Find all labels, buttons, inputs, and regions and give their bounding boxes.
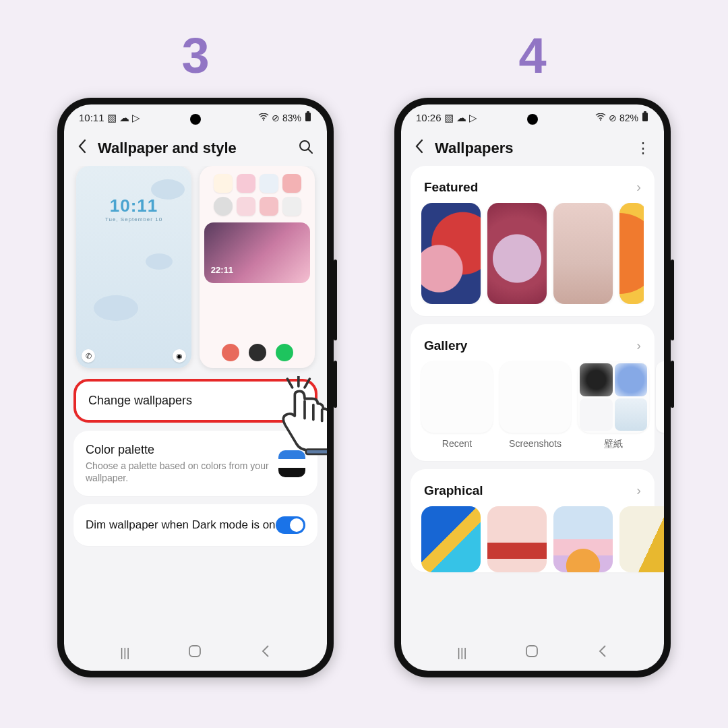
featured-wallpaper[interactable]: [553, 203, 613, 304]
status-bar: 10:26 ▧ ☁ ▷ ⊘ 82%: [401, 104, 664, 124]
cloud-icon: ☁: [119, 112, 129, 124]
graphical-wallpaper[interactable]: [553, 506, 613, 572]
no-sim-icon: ⊘: [609, 113, 617, 123]
graphical-section: Graphical ›: [411, 469, 655, 572]
status-time: 10:26: [416, 112, 442, 123]
graphical-header[interactable]: Graphical ›: [421, 480, 644, 506]
recent-apps-button[interactable]: |||: [457, 646, 466, 660]
svg-point-13: [600, 119, 601, 121]
svg-rect-2: [307, 111, 309, 113]
dim-toggle[interactable]: [276, 516, 305, 534]
wifi-icon: [595, 113, 606, 123]
image-icon: ▧: [107, 112, 117, 124]
back-nav-button[interactable]: [597, 644, 608, 661]
gallery-album-screenshots[interactable]: Screenshots: [499, 361, 571, 450]
graphical-wallpaper[interactable]: [421, 506, 481, 572]
homescreen-preview[interactable]: [200, 166, 315, 368]
battery-icon: [304, 111, 312, 124]
featured-header[interactable]: Featured ›: [421, 177, 644, 203]
back-button[interactable]: [415, 139, 425, 158]
battery-icon: [641, 111, 649, 124]
gallery-section: Gallery › Recent Screenshots: [411, 324, 655, 461]
phone-icon: ✆: [82, 349, 95, 363]
phone-left: 10:11 ▧ ☁ ▷ ⊘ 83%: [57, 98, 334, 677]
lockscreen-preview[interactable]: 10:11 Tue, September 10 ✆ ◉: [76, 166, 191, 368]
search-button[interactable]: [299, 140, 313, 158]
play-icon: ▷: [469, 112, 477, 124]
back-button[interactable]: [78, 139, 88, 158]
featured-wallpaper[interactable]: [421, 203, 481, 304]
wallpaper-previews: 10:11 Tue, September 10 ✆ ◉: [73, 166, 317, 371]
chevron-right-icon: ›: [636, 483, 641, 498]
cloud-icon: ☁: [456, 112, 466, 124]
gallery-album-recent[interactable]: Recent: [421, 361, 493, 450]
gallery-header[interactable]: Gallery ›: [421, 335, 644, 361]
call-icon: [276, 344, 293, 361]
preview-date: Tue, September 10: [76, 216, 191, 222]
battery-pct: 83%: [282, 113, 301, 123]
svg-rect-1: [305, 113, 311, 121]
gallery-label: Gallery: [424, 338, 467, 353]
color-palette-item[interactable]: Color palette Choose a palette based on …: [73, 431, 317, 496]
change-wallpapers-label: Change wallpapers: [88, 394, 303, 408]
page-title: Wallpapers: [435, 140, 626, 157]
status-time: 10:11: [79, 112, 104, 123]
svg-rect-12: [189, 646, 200, 657]
featured-wallpaper[interactable]: [619, 203, 644, 304]
svg-rect-16: [526, 646, 537, 657]
step-number-3: 3: [181, 27, 209, 84]
more-button[interactable]: ⋮: [636, 140, 650, 157]
no-sim-icon: ⊘: [272, 113, 280, 123]
svg-line-7: [305, 379, 309, 388]
svg-rect-14: [642, 113, 648, 121]
featured-wallpaper[interactable]: [487, 203, 547, 304]
change-wallpapers-item[interactable]: Change wallpapers: [73, 379, 317, 423]
settings-icon: [249, 344, 266, 361]
phone-right: 10:26 ▧ ☁ ▷ ⊘ 82%: [394, 98, 671, 677]
navigation-bar: |||: [64, 632, 327, 671]
graphical-wallpaper[interactable]: [487, 506, 547, 572]
dim-label: Dim wallpaper when Dark mode is on: [86, 518, 276, 532]
svg-rect-15: [644, 111, 646, 113]
navigation-bar: |||: [401, 632, 664, 671]
color-palette-subtitle: Choose a palette based on colors from yo…: [86, 460, 278, 484]
featured-section: Featured ›: [411, 166, 655, 316]
svg-line-4: [309, 149, 313, 153]
apps-icon: [222, 344, 239, 361]
page-title: Wallpaper and style: [98, 140, 289, 157]
svg-point-0: [263, 119, 264, 121]
palette-icon: [278, 450, 305, 477]
home-button[interactable]: [188, 644, 202, 661]
battery-pct: 82%: [619, 113, 638, 123]
image-icon: ▧: [444, 112, 454, 124]
graphical-wallpaper[interactable]: [619, 506, 664, 572]
wifi-icon: [258, 113, 269, 123]
featured-label: Featured: [424, 180, 478, 195]
graphical-label: Graphical: [424, 483, 483, 498]
play-icon: ▷: [132, 112, 140, 124]
color-palette-label: Color palette: [86, 443, 278, 457]
chevron-right-icon: ›: [636, 179, 641, 195]
gallery-album-wallpapers[interactable]: 壁紙: [578, 361, 649, 450]
dim-dark-mode-item[interactable]: Dim wallpaper when Dark mode is on: [73, 504, 317, 546]
home-button[interactable]: [525, 644, 539, 661]
step-number-4: 4: [518, 27, 546, 84]
camera-icon: ◉: [173, 349, 186, 363]
status-bar: 10:11 ▧ ☁ ▷ ⊘ 83%: [64, 104, 327, 124]
gallery-album-more[interactable]: [656, 361, 664, 450]
svg-line-5: [287, 379, 292, 388]
chevron-right-icon: ›: [636, 338, 641, 353]
back-nav-button[interactable]: [260, 644, 271, 661]
recent-apps-button[interactable]: |||: [120, 646, 129, 660]
